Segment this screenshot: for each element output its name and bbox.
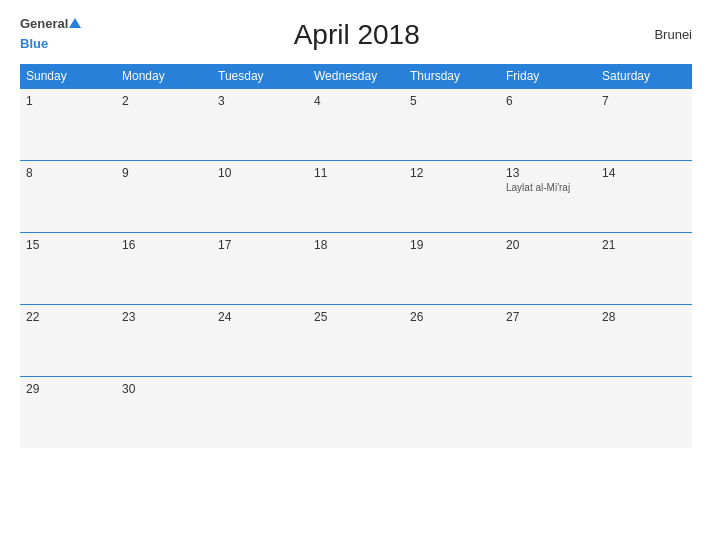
day-number: 30 [122,382,206,396]
day-number: 10 [218,166,302,180]
calendar-week-row: 15161718192021 [20,232,692,304]
calendar-day-cell: 4 [308,88,404,160]
day-number: 5 [410,94,494,108]
country-label: Brunei [632,27,692,42]
logo-triangle-icon [69,18,81,28]
calendar-day-cell [500,376,596,448]
day-number: 24 [218,310,302,324]
day-number: 4 [314,94,398,108]
day-number: 16 [122,238,206,252]
day-number: 9 [122,166,206,180]
day-number: 12 [410,166,494,180]
calendar-day-cell: 17 [212,232,308,304]
calendar-day-cell: 10 [212,160,308,232]
day-number: 28 [602,310,686,324]
header-tuesday: Tuesday [212,64,308,89]
day-number: 3 [218,94,302,108]
day-number: 20 [506,238,590,252]
day-number: 15 [26,238,110,252]
calendar-day-cell [308,376,404,448]
calendar-day-cell: 1 [20,88,116,160]
calendar-day-cell: 8 [20,160,116,232]
day-number: 18 [314,238,398,252]
calendar-page: General Blue April 2018 Brunei Sunday Mo… [0,0,712,550]
calendar-day-cell: 18 [308,232,404,304]
header: General Blue April 2018 Brunei [20,16,692,54]
weekday-header-row: Sunday Monday Tuesday Wednesday Thursday… [20,64,692,89]
calendar-day-cell: 22 [20,304,116,376]
calendar-day-cell: 24 [212,304,308,376]
calendar-day-cell: 2 [116,88,212,160]
calendar-day-cell: 3 [212,88,308,160]
calendar-day-cell: 19 [404,232,500,304]
calendar-day-cell: 9 [116,160,212,232]
day-number: 6 [506,94,590,108]
calendar-day-cell: 16 [116,232,212,304]
logo: General Blue [20,16,81,54]
header-monday: Monday [116,64,212,89]
calendar-day-cell: 14 [596,160,692,232]
calendar-week-row: 1234567 [20,88,692,160]
calendar-day-cell: 30 [116,376,212,448]
day-number: 26 [410,310,494,324]
calendar-day-cell: 28 [596,304,692,376]
day-number: 2 [122,94,206,108]
header-friday: Friday [500,64,596,89]
calendar-day-cell: 13Laylat al-Mi'raj [500,160,596,232]
logo-blue-text: Blue [20,36,48,51]
calendar-day-cell: 27 [500,304,596,376]
header-wednesday: Wednesday [308,64,404,89]
calendar-day-cell: 21 [596,232,692,304]
holiday-label: Laylat al-Mi'raj [506,182,590,193]
day-number: 7 [602,94,686,108]
calendar-day-cell [212,376,308,448]
calendar-day-cell: 15 [20,232,116,304]
day-number: 11 [314,166,398,180]
calendar-table: Sunday Monday Tuesday Wednesday Thursday… [20,64,692,449]
calendar-week-row: 2930 [20,376,692,448]
header-saturday: Saturday [596,64,692,89]
calendar-day-cell: 11 [308,160,404,232]
logo-general-text: General [20,16,68,33]
calendar-day-cell: 26 [404,304,500,376]
calendar-week-row: 22232425262728 [20,304,692,376]
day-number: 1 [26,94,110,108]
day-number: 19 [410,238,494,252]
day-number: 17 [218,238,302,252]
calendar-week-row: 8910111213Laylat al-Mi'raj14 [20,160,692,232]
calendar-day-cell [596,376,692,448]
calendar-day-cell: 23 [116,304,212,376]
day-number: 29 [26,382,110,396]
calendar-day-cell: 20 [500,232,596,304]
calendar-day-cell: 12 [404,160,500,232]
calendar-day-cell: 7 [596,88,692,160]
day-number: 27 [506,310,590,324]
day-number: 23 [122,310,206,324]
header-thursday: Thursday [404,64,500,89]
day-number: 22 [26,310,110,324]
calendar-day-cell: 6 [500,88,596,160]
day-number: 14 [602,166,686,180]
day-number: 13 [506,166,590,180]
month-title: April 2018 [81,19,632,51]
day-number: 25 [314,310,398,324]
day-number: 21 [602,238,686,252]
calendar-day-cell: 25 [308,304,404,376]
calendar-day-cell [404,376,500,448]
calendar-day-cell: 5 [404,88,500,160]
header-sunday: Sunday [20,64,116,89]
day-number: 8 [26,166,110,180]
calendar-day-cell: 29 [20,376,116,448]
